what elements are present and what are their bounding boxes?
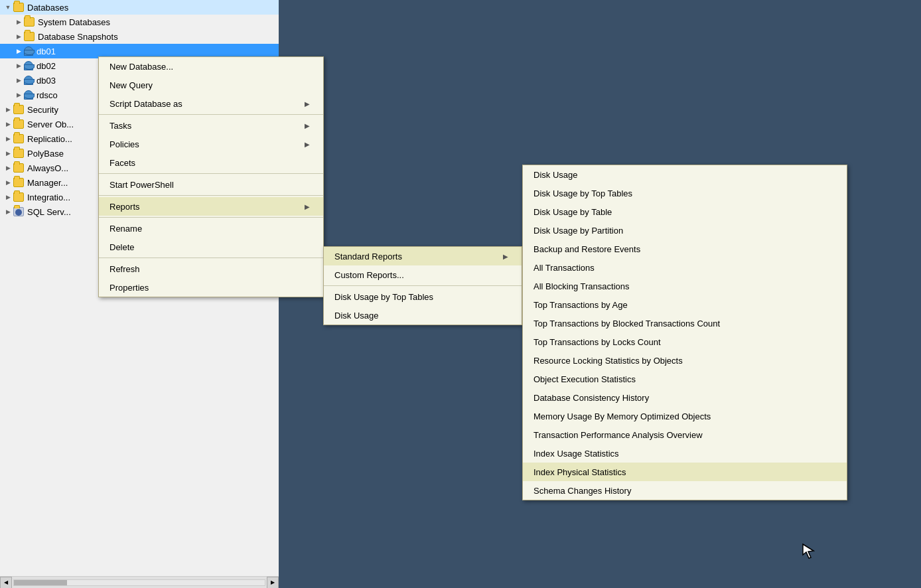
tree-item-system-databases[interactable]: ▶ System Databases — [0, 15, 279, 29]
tree-label-snapshots: Database Snapshots — [38, 32, 118, 42]
scroll-track — [13, 579, 265, 586]
mouse-cursor — [802, 543, 815, 561]
folder-icon-manager — [13, 178, 24, 187]
menu-separator-2 — [99, 173, 323, 174]
tree-label-system-db: System Databases — [38, 17, 110, 27]
folder-icon-databases — [13, 3, 24, 12]
menu-item-std-top-transactions-age[interactable]: Top Transactions by Age — [523, 295, 847, 314]
menu-item-std-db-consistency[interactable]: Database Consistency History — [523, 388, 847, 407]
folder-icon-replicatio — [13, 134, 24, 143]
expand-icon-snapshots: ▶ — [13, 31, 24, 42]
menu-separator-5 — [99, 257, 323, 258]
tree-label-rdsco: rdsco — [36, 90, 58, 100]
tree-label-db01: db01 — [36, 46, 56, 56]
db-icon-db01 — [24, 46, 33, 56]
menu-item-properties[interactable]: Properties — [99, 278, 323, 297]
context-menu-reports: Standard Reports ▶ Custom Reports... Dis… — [323, 246, 522, 325]
tree-label-replicatio: Replicatio... — [27, 134, 72, 144]
scroll-right-button[interactable]: ▶ — [267, 577, 279, 589]
expand-icon-system-db: ▶ — [13, 17, 24, 27]
expand-icon-db01: ▶ — [13, 46, 24, 56]
folder-icon-security — [13, 105, 24, 114]
submenu-arrow-standard-reports: ▶ — [503, 253, 508, 260]
tree-label-polybase: PolyBase — [27, 149, 64, 159]
expand-icon-polybase: ▶ — [3, 148, 13, 159]
menu-item-std-disk-usage-partition[interactable]: Disk Usage by Partition — [523, 221, 847, 240]
expand-icon-alwayso: ▶ — [3, 163, 13, 173]
expand-icon-manager: ▶ — [3, 177, 13, 188]
tree-label-alwayso: AlwaysO... — [27, 163, 68, 173]
menu-item-new-database[interactable]: New Database... — [99, 57, 323, 76]
menu-item-std-top-transactions-blocked[interactable]: Top Transactions by Blocked Transactions… — [523, 314, 847, 332]
expand-icon-replicatio: ▶ — [3, 133, 13, 144]
menu-item-standard-reports[interactable]: Standard Reports ▶ — [324, 247, 522, 265]
menu-item-std-disk-usage[interactable]: Disk Usage — [523, 165, 847, 184]
menu-item-rename[interactable]: Rename — [99, 219, 323, 238]
menu-item-std-transaction-perf[interactable]: Transaction Performance Analysis Overvie… — [523, 425, 847, 444]
menu-separator-1 — [99, 114, 323, 115]
menu-item-custom-reports[interactable]: Custom Reports... — [324, 265, 522, 284]
scroll-thumb[interactable] — [14, 580, 67, 585]
menu-item-tasks[interactable]: Tasks ▶ — [99, 116, 323, 135]
context-menu-main: New Database... New Query Script Databas… — [98, 56, 324, 297]
folder-icon-system-db — [24, 17, 35, 27]
folder-icon-sql-serv — [13, 207, 24, 216]
tree-scrollbar[interactable]: ◀ ▶ — [0, 576, 279, 588]
menu-item-script-database-as[interactable]: Script Database as ▶ — [99, 94, 323, 113]
menu-item-delete[interactable]: Delete — [99, 238, 323, 256]
tree-label-server-ob: Server Ob... — [27, 119, 74, 129]
menu-item-std-top-transactions-locks[interactable]: Top Transactions by Locks Count — [523, 332, 847, 351]
tree-item-db-snapshots[interactable]: ▶ Database Snapshots — [0, 29, 279, 44]
tree-label-security: Security — [27, 105, 58, 115]
menu-separator-3 — [99, 195, 323, 196]
expand-icon-integratio: ▶ — [3, 192, 13, 202]
submenu-arrow-reports: ▶ — [305, 203, 310, 210]
submenu-arrow-tasks: ▶ — [305, 122, 310, 129]
tree-label-manager: Manager... — [27, 178, 68, 188]
menu-item-std-index-usage[interactable]: Index Usage Statistics — [523, 444, 847, 463]
tree-label-databases: Databases — [27, 3, 68, 13]
folder-icon-integratio — [13, 192, 24, 202]
menu-item-std-index-physical[interactable]: Index Physical Statistics — [523, 463, 847, 481]
scroll-left-button[interactable]: ◀ — [0, 577, 12, 589]
tree-label-sql-serv: SQL Serv... — [27, 207, 71, 217]
tree-item-databases[interactable]: ▼ Databases — [0, 0, 279, 15]
menu-item-std-disk-usage-table[interactable]: Disk Usage by Table — [523, 202, 847, 221]
submenu-arrow-script: ▶ — [305, 100, 310, 108]
menu-item-reports[interactable]: Reports ▶ — [99, 197, 323, 216]
menu-item-std-backup-restore[interactable]: Backup and Restore Events — [523, 240, 847, 258]
menu-item-std-all-transactions[interactable]: All Transactions — [523, 258, 847, 277]
menu-separator-reports-1 — [324, 285, 522, 286]
expand-icon-sql-serv: ▶ — [3, 206, 13, 217]
expand-icon-databases: ▼ — [3, 2, 13, 13]
menu-item-std-resource-locking[interactable]: Resource Locking Statistics by Objects — [523, 351, 847, 370]
menu-separator-4 — [99, 217, 323, 218]
folder-icon-snapshots — [24, 32, 35, 41]
tree-label-integratio: Integratio... — [27, 192, 70, 202]
menu-item-disk-usage-2[interactable]: Disk Usage — [324, 306, 522, 325]
db-icon-db03 — [24, 76, 33, 85]
menu-item-facets[interactable]: Facets — [99, 153, 323, 172]
menu-item-new-query[interactable]: New Query — [99, 76, 323, 94]
expand-icon-security: ▶ — [3, 104, 13, 115]
menu-item-start-powershell[interactable]: Start PowerShell — [99, 175, 323, 194]
menu-item-std-all-blocking[interactable]: All Blocking Transactions — [523, 277, 847, 295]
expand-icon-db03: ▶ — [13, 75, 24, 86]
expand-icon-db02: ▶ — [13, 60, 24, 71]
menu-item-std-disk-usage-top-tables[interactable]: Disk Usage by Top Tables — [523, 184, 847, 202]
menu-item-policies[interactable]: Policies ▶ — [99, 135, 323, 153]
tree-label-db02: db02 — [36, 61, 56, 71]
tree-label-db03: db03 — [36, 76, 56, 86]
menu-item-refresh[interactable]: Refresh — [99, 259, 323, 278]
expand-icon-rdsco: ▶ — [13, 90, 24, 100]
folder-icon-polybase — [13, 149, 24, 158]
context-menu-standard-reports: Disk Usage Disk Usage by Top Tables Disk… — [522, 165, 847, 500]
menu-item-disk-usage-top-tables-2[interactable]: Disk Usage by Top Tables — [324, 287, 522, 306]
folder-icon-alwayso — [13, 163, 24, 173]
menu-item-std-memory-usage[interactable]: Memory Usage By Memory Optimized Objects — [523, 407, 847, 425]
menu-item-std-object-execution[interactable]: Object Execution Statistics — [523, 370, 847, 388]
submenu-arrow-policies: ▶ — [305, 141, 310, 148]
expand-icon-server-ob: ▶ — [3, 119, 13, 129]
menu-item-std-schema-changes[interactable]: Schema Changes History — [523, 481, 847, 500]
db-icon-rdsco — [24, 90, 33, 100]
